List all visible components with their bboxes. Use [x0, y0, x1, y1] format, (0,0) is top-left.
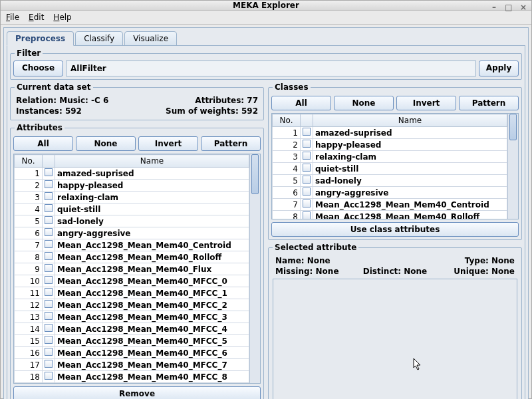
instances-label: Instances: 592	[16, 106, 137, 116]
row-checkbox[interactable]	[303, 176, 311, 184]
table-row[interactable]: 3relaxing-clam	[273, 151, 507, 163]
attr-pattern-button[interactable]: Pattern	[201, 136, 261, 151]
choose-button[interactable]: Choose	[13, 61, 63, 76]
class-all-button[interactable]: All	[271, 96, 331, 110]
row-checkbox[interactable]	[45, 324, 53, 332]
table-row[interactable]: 16Mean_Acc1298_Mean_Mem40_MFCC_6	[15, 347, 249, 359]
table-row[interactable]: 6angry-aggresive	[15, 227, 249, 239]
row-checkbox[interactable]	[303, 128, 311, 136]
row-checkbox[interactable]	[45, 276, 53, 284]
attr-none-button[interactable]: None	[76, 136, 136, 151]
use-class-attributes-button[interactable]: Use class attributes	[271, 222, 519, 237]
table-row[interactable]: 7Mean_Acc1298_Mean_Mem40_Centroid	[273, 199, 507, 211]
class-invert-button[interactable]: Invert	[396, 96, 456, 110]
tab-classify[interactable]: Classify	[75, 31, 123, 46]
table-row[interactable]: 14Mean_Acc1298_Mean_Mem40_MFCC_4	[15, 323, 249, 335]
filter-legend: Filter	[15, 49, 43, 58]
row-number: 11	[15, 287, 43, 299]
table-row[interactable]: 8Mean_Acc1298_Mean_Mem40_Rolloff	[273, 211, 507, 219]
menu-help[interactable]: Help	[53, 13, 71, 22]
row-name: Mean_Acc1298_Mean_Mem40_Rolloff	[55, 251, 249, 263]
table-row[interactable]: 4quiet-still	[15, 203, 249, 215]
row-checkbox[interactable]	[303, 188, 311, 196]
attributes-scrollbar[interactable]	[249, 154, 260, 383]
table-row[interactable]: 2happy-pleased	[273, 139, 507, 151]
row-number: 1	[273, 127, 301, 139]
row-checkbox[interactable]	[45, 180, 53, 188]
classes-scrollbar[interactable]	[507, 114, 518, 219]
class-none-button[interactable]: None	[334, 96, 394, 110]
table-row[interactable]: 8Mean_Acc1298_Mean_Mem40_Rolloff	[15, 251, 249, 263]
apply-button[interactable]: Apply	[479, 61, 519, 76]
row-checkbox[interactable]	[45, 348, 53, 356]
attr-col-name[interactable]: Name	[55, 155, 249, 168]
row-checkbox[interactable]	[303, 140, 311, 148]
row-name: Mean_Acc1298_Mean_Mem40_MFCC_3	[55, 311, 249, 323]
row-checkbox[interactable]	[45, 264, 53, 272]
table-row[interactable]: 7Mean_Acc1298_Mean_Mem40_Centroid	[15, 239, 249, 251]
table-row[interactable]: 6angry-aggresive	[273, 187, 507, 199]
row-checkbox[interactable]	[45, 168, 53, 176]
table-row[interactable]: 3relaxing-clam	[15, 192, 249, 203]
row-checkbox[interactable]	[45, 288, 53, 296]
table-row[interactable]: 1amazed-suprised	[15, 168, 249, 180]
remove-button[interactable]: Remove	[13, 386, 261, 399]
classes-legend: Classes	[273, 82, 311, 92]
table-row[interactable]: 9Mean_Acc1298_Mean_Mem40_Flux	[15, 263, 249, 275]
filter-name-field[interactable]: AllFilter	[66, 61, 476, 76]
row-checkbox[interactable]	[45, 336, 53, 344]
table-row[interactable]: 13Mean_Acc1298_Mean_Mem40_MFCC_3	[15, 311, 249, 323]
attr-col-check[interactable]	[43, 155, 55, 168]
tab-visualize[interactable]: Visualize	[124, 31, 177, 46]
class-col-check[interactable]	[301, 114, 313, 127]
menu-edit[interactable]: Edit	[29, 13, 44, 22]
table-row[interactable]: 11Mean_Acc1298_Mean_Mem40_MFCC_1	[15, 287, 249, 299]
row-checkbox[interactable]	[303, 164, 311, 172]
class-pattern-button[interactable]: Pattern	[459, 96, 519, 110]
table-row[interactable]: 17Mean_Acc1298_Mean_Mem40_MFCC_7	[15, 359, 249, 371]
row-checkbox[interactable]	[303, 211, 311, 219]
row-checkbox-cell	[43, 168, 55, 180]
row-checkbox[interactable]	[303, 152, 311, 160]
tab-preprocess[interactable]: Preprocess	[7, 31, 74, 46]
class-col-no[interactable]: No.	[273, 114, 301, 127]
row-checkbox[interactable]	[45, 204, 53, 212]
dataset-legend: Current data set	[15, 82, 93, 92]
row-checkbox[interactable]	[45, 228, 53, 236]
row-name: Mean_Acc1298_Mean_Mem40_Rolloff	[313, 211, 507, 219]
maximize-icon[interactable]: □	[503, 2, 514, 13]
attr-invert-button[interactable]: Invert	[138, 136, 198, 151]
row-checkbox[interactable]	[45, 252, 53, 260]
row-checkbox-cell	[43, 215, 55, 227]
row-checkbox[interactable]	[45, 192, 53, 200]
row-checkbox[interactable]	[45, 216, 53, 224]
table-row[interactable]: 15Mean_Acc1298_Mean_Mem40_MFCC_5	[15, 335, 249, 347]
row-checkbox[interactable]	[45, 360, 53, 368]
row-checkbox[interactable]	[45, 312, 53, 320]
menu-file[interactable]: File	[6, 13, 19, 22]
row-checkbox[interactable]	[45, 300, 53, 308]
table-row[interactable]: 5sad-lonely	[273, 175, 507, 187]
attr-all-button[interactable]: All	[13, 136, 73, 151]
table-row[interactable]: 1amazed-suprised	[273, 127, 507, 139]
tab-body: Filter Choose AllFilter Apply Current da…	[7, 45, 525, 399]
table-row[interactable]: 4quiet-still	[273, 163, 507, 175]
table-row[interactable]: 10Mean_Acc1298_Mean_Mem40_MFCC_0	[15, 275, 249, 287]
table-row[interactable]: 18Mean_Acc1298_Mean_Mem40_MFCC_8	[15, 371, 249, 383]
table-row[interactable]: 12Mean_Acc1298_Mean_Mem40_MFCC_2	[15, 299, 249, 311]
filter-fieldset: Filter Choose AllFilter Apply	[10, 49, 522, 80]
table-row[interactable]: 2happy-pleased	[15, 180, 249, 192]
row-checkbox[interactable]	[303, 200, 311, 207]
close-icon[interactable]: ×	[518, 2, 529, 13]
table-row[interactable]: 5sad-lonely	[15, 215, 249, 227]
sel-missing: Missing: None	[275, 267, 350, 276]
row-checkbox[interactable]	[45, 240, 53, 248]
minimize-icon[interactable]: –	[489, 2, 499, 13]
row-name: sad-lonely	[55, 215, 249, 227]
class-col-name[interactable]: Name	[313, 114, 507, 127]
row-name: Mean_Acc1298_Mean_Mem40_MFCC_6	[55, 347, 249, 359]
row-checkbox[interactable]	[45, 372, 53, 380]
selected-attribute-fieldset: Selected attribute Name: None Type: None…	[268, 243, 522, 399]
row-number: 18	[15, 371, 43, 383]
attr-col-no[interactable]: No.	[15, 155, 43, 168]
